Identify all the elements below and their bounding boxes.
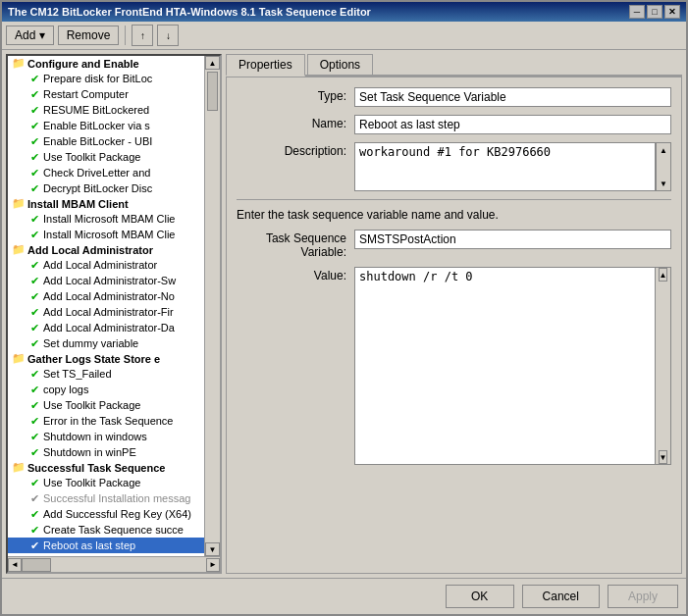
desc-scroll-down[interactable]: ▼ [657,177,670,190]
check-icon: ✔ [27,289,41,303]
tree-item-enable-bitlocker-s[interactable]: ✔ Enable BitLocker via s [8,118,204,133]
tree-item-enable-bitlocker-u[interactable]: ✔ Enable BitLocker - UBI [8,133,204,149]
tree-item-error-task-seq[interactable]: ✔ Error in the Task Sequence [8,413,204,429]
tree-item-successful-install[interactable]: ✔ Successful Installation messag [8,490,204,506]
name-input[interactable] [354,115,671,134]
group-install-mbam[interactable]: 📁 Install MBAM Client [8,196,204,211]
tree-item-shutdown-windows[interactable]: ✔ Shutdown in windows [8,429,204,444]
value-scroll-down[interactable]: ▼ [659,450,668,464]
tree-item-install-mbam1[interactable]: ✔ Install Microsoft MBAM Clie [8,211,204,227]
tab-content-properties: Type: Name: Description: ▲ [226,77,682,574]
close-button[interactable]: ✕ [664,5,680,19]
main-window: The CM12 BitLocker FrontEnd HTA-Windows … [0,0,688,616]
tab-options[interactable]: Options [307,54,373,75]
check-icon: ✔ [27,367,41,381]
tree-item-restart-computer[interactable]: ✔ Restart Computer [8,86,204,102]
tree-item-add-local-admin4[interactable]: ✔ Add Local Administrator-Fir [8,304,204,320]
check-icon: ✔ [27,539,41,552]
item-label: Restart Computer [43,88,129,100]
remove-button[interactable]: Remove [58,26,120,45]
scroll-right-button[interactable]: ► [206,558,220,572]
tree-item-decrypt-bitlocker[interactable]: ✔ Decrypt BitLocker Disc [8,180,204,196]
ok-button[interactable]: OK [446,585,514,608]
group-install-mbam-label: Install MBAM Client [27,198,129,210]
move-up-button[interactable]: ↑ [132,25,153,46]
horizontal-scrollbar[interactable]: ◄ ► [8,556,220,572]
folder-icon: 📁 [12,57,26,70]
check-icon: ✔ [27,150,41,164]
scroll-left-button[interactable]: ◄ [8,558,22,572]
item-label: Successful Installation messag [43,492,190,504]
tree-item-add-local-admin2[interactable]: ✔ Add Local Administrator-Sw [8,273,204,288]
item-label: Set dummy variable [43,337,138,349]
item-label: Enable BitLocker - UBI [43,135,152,147]
check-icon: ✔ [27,414,41,428]
type-input-wrap [354,87,671,107]
form-row-description: Description: ▲ ▼ [237,142,671,191]
group-configure-enable[interactable]: 📁 Configure and Enable [8,56,204,71]
group-successful-task[interactable]: 📁 Successful Task Sequence [8,460,204,475]
tree-item-check-driveletter[interactable]: ✔ Check DriveLetter and [8,165,204,180]
folder-icon: 📁 [12,197,26,210]
title-bar: The CM12 BitLocker FrontEnd HTA-Windows … [2,2,686,22]
check-icon: ✔ [27,87,41,101]
check-icon: ✔ [27,523,41,537]
divider [237,199,671,200]
tree-item-shutdown-winpe[interactable]: ✔ Shutdown in winPE [8,444,204,460]
tree-item-add-local-admin3[interactable]: ✔ Add Local Administrator-No [8,288,204,304]
tree-outer: 📁 Configure and Enable ✔ Prepare disk fo… [8,56,220,572]
apply-button[interactable]: Apply [608,585,678,608]
scroll-track [205,70,220,542]
group-gather-logs[interactable]: 📁 Gather Logs State Store e [8,351,204,366]
item-label: Add Local Administrator-Fir [43,306,174,318]
maximize-button[interactable]: □ [647,5,662,19]
vertical-scrollbar[interactable]: ▲ ▼ [204,56,220,556]
tree-item-add-local-admin5[interactable]: ✔ Add Local Administrator-Da [8,320,204,335]
scroll-up-button[interactable]: ▲ [205,56,220,70]
description-scrollbar[interactable]: ▲ ▼ [656,142,671,191]
check-icon: ✔ [27,383,41,396]
tree-item-prepare-disk[interactable]: ✔ Prepare disk for BitLoc [8,71,204,86]
item-label: Add Local Administrator-Sw [43,275,176,286]
description-label: Description: [237,142,354,158]
tree-item-use-toolkit[interactable]: ✔ Use Toolkit Package [8,149,204,165]
folder-icon: 📁 [12,461,26,474]
group-configure-enable-label: Configure and Enable [27,58,139,70]
scroll-thumb[interactable] [207,72,218,111]
scroll-down-button[interactable]: ▼ [205,542,220,556]
tree-item-copy-logs[interactable]: ✔ copy logs [8,382,204,397]
tree-item-set-dummy-var[interactable]: ✔ Set dummy variable [8,335,204,351]
tree-item-resume-bitlocker[interactable]: ✔ RESUME BitLockered [8,102,204,118]
item-label: RESUME BitLockered [43,104,149,116]
item-label: Add Local Administrator-No [43,290,175,302]
tree-item-reboot-last-step[interactable]: ✔ Reboot as last step [8,538,204,553]
tree-item-add-local-admin1[interactable]: ✔ Add Local Administrator [8,257,204,273]
move-down-button[interactable]: ↓ [157,25,179,46]
tree-item-use-toolkit2[interactable]: ✔ Use Toolkit Package [8,397,204,413]
tree-items-wrap: 📁 Configure and Enable ✔ Prepare disk fo… [8,56,204,556]
value-textarea[interactable] [355,268,655,464]
tree-item-install-mbam2[interactable]: ✔ Install Microsoft MBAM Clie [8,227,204,242]
minimize-button[interactable]: ─ [629,5,645,19]
name-label: Name: [237,115,354,130]
tab-properties[interactable]: Properties [226,54,305,77]
description-textarea[interactable] [354,142,656,191]
value-scroll-up[interactable]: ▲ [659,268,668,282]
desc-scroll-up[interactable]: ▲ [657,143,670,157]
check-icon: ✔ [27,212,41,226]
item-label: Add Successful Reg Key (X64) [43,508,191,520]
tsv-label: Task Sequence Variable: [237,230,354,259]
add-button[interactable]: Add ▾ [6,26,54,45]
tsv-input[interactable] [354,230,671,249]
check-icon: ✔ [27,445,41,459]
content-area: 📁 Configure and Enable ✔ Prepare disk fo… [2,50,686,578]
tree-item-create-task-seq[interactable]: ✔ Create Task Sequence succe [8,522,204,538]
toolbar: Add ▾ Remove ↑ ↓ [2,22,686,50]
h-scroll-thumb[interactable] [22,558,51,572]
tree-item-use-toolkit3[interactable]: ✔ Use Toolkit Package [8,475,204,490]
cancel-button[interactable]: Cancel [522,585,600,608]
group-add-local-admin[interactable]: 📁 Add Local Administrator [8,242,204,257]
tree-item-set-ts-failed[interactable]: ✔ Set TS_Failed [8,366,204,382]
tree-item-add-successful-reg[interactable]: ✔ Add Successful Reg Key (X64) [8,506,204,522]
type-input[interactable] [354,87,671,107]
